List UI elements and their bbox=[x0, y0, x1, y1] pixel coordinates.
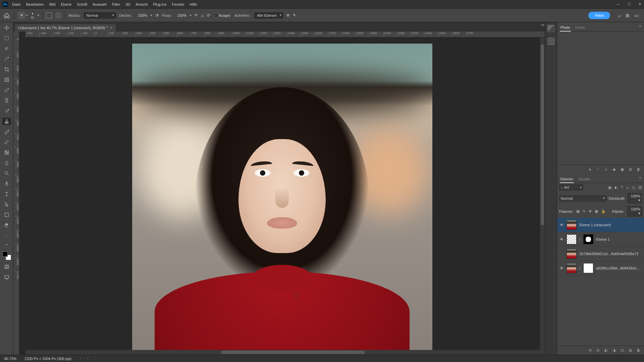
canvas[interactable] bbox=[19, 38, 545, 355]
filter-toggle-icon[interactable]: ⏻ bbox=[638, 185, 642, 190]
ruler-vertical[interactable]: 0100200300400500600700800900100011001200… bbox=[13, 32, 19, 355]
marquee-tool[interactable] bbox=[2, 35, 11, 42]
color-swatches[interactable] bbox=[2, 251, 11, 260]
path-select-tool[interactable] bbox=[2, 201, 11, 208]
collapse-panels-icon[interactable]: ▸▸ bbox=[541, 23, 545, 26]
menu-datei[interactable]: Datei bbox=[12, 2, 21, 6]
tool-preset[interactable]: ✦▾ bbox=[18, 12, 28, 19]
new-layer-icon[interactable]: ⊞ bbox=[628, 348, 633, 353]
stroke-path-icon[interactable]: ○ bbox=[596, 167, 600, 172]
layer-thumb[interactable] bbox=[567, 234, 577, 244]
layer-mask-thumb[interactable] bbox=[583, 234, 593, 244]
link-layers-icon[interactable]: ⟲ bbox=[588, 348, 592, 353]
lock-all-icon[interactable]: 🔒 bbox=[601, 209, 606, 214]
shape-tool[interactable] bbox=[2, 211, 11, 219]
share-button[interactable]: Teilen bbox=[588, 12, 610, 19]
filter-shape-icon[interactable]: ▱ bbox=[626, 185, 629, 190]
layer-row[interactable]: 👁⟆Ebene 1 bbox=[557, 232, 644, 247]
filter-pixel-icon[interactable]: ▦ bbox=[608, 185, 611, 190]
screenmode-tool[interactable] bbox=[2, 274, 11, 281]
layer-thumb[interactable] bbox=[567, 263, 577, 273]
layer-name[interactable]: Ebene 1 (reduziert) bbox=[579, 223, 642, 227]
arrange-icon[interactable]: ▭ bbox=[634, 13, 639, 18]
dodge-tool[interactable] bbox=[2, 170, 11, 177]
layer-name[interactable]: a6285cc5fb8...6b8426d1be7 bbox=[596, 266, 642, 270]
new-path-icon[interactable]: ⊞ bbox=[628, 167, 633, 172]
menu-fenster[interactable]: Fenster bbox=[172, 2, 184, 6]
blur-tool[interactable] bbox=[2, 159, 11, 167]
airbrush-icon[interactable]: ⟳ bbox=[195, 13, 198, 17]
sel-to-path-icon[interactable]: ◆ bbox=[612, 167, 616, 172]
layer-filter-select[interactable]: ⌕Art▾ bbox=[559, 184, 583, 190]
crop-tool[interactable] bbox=[2, 66, 11, 73]
menu-ansicht[interactable]: Ansicht bbox=[136, 2, 148, 6]
tab-channels[interactable]: Kanäle bbox=[578, 176, 591, 183]
visibility-icon[interactable]: 👁 bbox=[559, 223, 564, 227]
lasso-tool[interactable] bbox=[2, 45, 11, 52]
move-tool[interactable] bbox=[2, 24, 11, 32]
image-canvas[interactable] bbox=[132, 44, 432, 355]
home-button[interactable] bbox=[3, 11, 11, 19]
scrollbar-vertical[interactable] bbox=[540, 38, 545, 355]
menu-auswahl[interactable]: Auswahl bbox=[93, 2, 107, 6]
lock-position-icon[interactable]: ✥ bbox=[589, 209, 592, 214]
dock-icon-2[interactable] bbox=[547, 38, 555, 45]
layer-row[interactable]: 👁Ebene 1 (reduziert) bbox=[557, 218, 644, 232]
ignore-adj-icon[interactable]: ⊗ bbox=[286, 13, 289, 17]
layer-row[interactable]: 1b7dbb39dd21a1...8a5fcda93d5e72 bbox=[557, 247, 644, 261]
filter-type-icon[interactable]: T bbox=[621, 185, 623, 190]
menu-plug-ins[interactable]: Plug-ins bbox=[153, 2, 166, 6]
close-button[interactable]: ✕ bbox=[638, 2, 641, 6]
sample-select[interactable]: Alle Ebenen bbox=[255, 12, 283, 18]
gradient-tool[interactable] bbox=[2, 149, 11, 156]
type-tool[interactable] bbox=[2, 190, 11, 198]
menu-bild[interactable]: Bild bbox=[49, 2, 55, 6]
aligned-checkbox[interactable] bbox=[214, 13, 218, 17]
visibility-icon[interactable]: 👁 bbox=[559, 266, 564, 270]
status-prev-icon[interactable]: 〈 bbox=[85, 356, 89, 361]
document-tab[interactable]: Unbenannt-1 bei 40,7% (Ebene 1 (reduzier… bbox=[15, 24, 116, 32]
hand-tool[interactable] bbox=[2, 222, 11, 229]
brush-settings-icon[interactable] bbox=[46, 12, 52, 18]
fx-icon[interactable]: fx bbox=[596, 348, 600, 353]
layer-row[interactable]: 👁⟆a6285cc5fb8...6b8426d1be7 bbox=[557, 261, 644, 276]
add-mask-icon[interactable]: ▣ bbox=[620, 167, 625, 172]
fill-input[interactable]: 100% ▾ bbox=[627, 206, 642, 217]
lock-paint-icon[interactable]: ✎ bbox=[583, 209, 586, 214]
blend-mode-select[interactable]: Normal bbox=[559, 195, 606, 201]
scrollbar-horizontal[interactable] bbox=[25, 350, 540, 355]
layer-name[interactable]: 1b7dbb39dd21a1...8a5fcda93d5e72 bbox=[579, 252, 642, 256]
dock-icon-1[interactable] bbox=[547, 25, 555, 32]
pressure-opacity-icon[interactable]: ◔ bbox=[155, 13, 159, 17]
swap-swatch-icon[interactable]: ⤺ bbox=[5, 243, 8, 246]
quickmask-tool[interactable] bbox=[2, 263, 11, 270]
status-menu-icon[interactable]: 〉 bbox=[79, 356, 83, 361]
mask-icon[interactable]: ◐ bbox=[604, 348, 608, 353]
lock-artboard-icon[interactable]: ▣ bbox=[595, 209, 598, 214]
more-tools[interactable]: ⋯ bbox=[2, 232, 11, 239]
eraser-tool[interactable] bbox=[2, 138, 11, 146]
ruler-horizontal[interactable]: -500-400-300-200-10001002003004005006007… bbox=[25, 32, 545, 38]
menu-schrift[interactable]: Schrift bbox=[77, 2, 87, 6]
menu-filter[interactable]: Filter bbox=[112, 2, 120, 6]
visibility-icon[interactable]: 👁 bbox=[559, 237, 564, 241]
minimize-button[interactable]: — bbox=[616, 2, 620, 6]
stamp-tool[interactable] bbox=[2, 118, 11, 125]
filter-smart-icon[interactable]: ◫ bbox=[632, 185, 635, 190]
group-icon[interactable]: 🗀 bbox=[620, 348, 625, 353]
opacity-panel-input[interactable]: 100% ▾ bbox=[627, 193, 642, 203]
menu-3d[interactable]: 3D bbox=[125, 2, 130, 6]
pressure-size-icon[interactable]: ✎ bbox=[293, 13, 296, 17]
search-icon[interactable]: ⌕ bbox=[618, 13, 621, 18]
layer-name[interactable]: Ebene 1 bbox=[596, 237, 642, 241]
layers-panel-menu-icon[interactable]: ≡ bbox=[639, 176, 641, 183]
delete-layer-icon[interactable]: 🗑 bbox=[636, 348, 641, 353]
close-tab-icon[interactable]: × bbox=[110, 26, 112, 30]
layer-thumb[interactable] bbox=[567, 220, 577, 230]
tab-color[interactable]: Farbe bbox=[575, 24, 586, 31]
delete-path-icon[interactable]: 🗑 bbox=[636, 167, 641, 172]
brush-tool[interactable] bbox=[2, 107, 11, 115]
path-to-sel-icon[interactable]: ◇ bbox=[604, 167, 608, 172]
filter-adjust-icon[interactable]: ◐ bbox=[614, 185, 618, 190]
menu-hilfe[interactable]: Hilfe bbox=[190, 2, 197, 6]
